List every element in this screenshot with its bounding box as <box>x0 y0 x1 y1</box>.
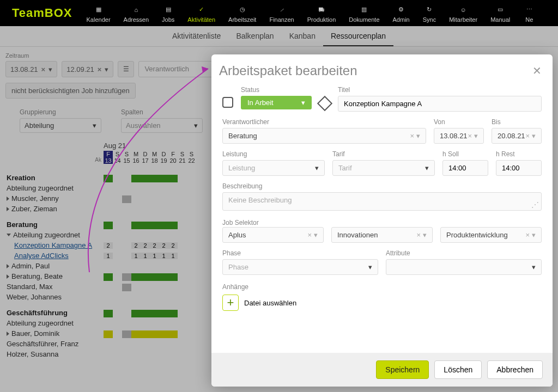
resize-icon[interactable]: ⋰ <box>531 200 539 209</box>
list-icon: ☰ <box>123 65 129 73</box>
done-checkbox[interactable] <box>222 97 233 108</box>
chevron-down-icon: ▾ <box>416 132 420 140</box>
close-icon[interactable]: ✕ <box>532 64 542 77</box>
count-cell: 2 <box>131 242 141 249</box>
app-logo: TeamBOX <box>4 6 80 20</box>
day-number: 18 <box>150 157 159 164</box>
modal-title: Arbeitspaket bearbeiten <box>219 63 532 78</box>
expand-icon <box>7 332 9 336</box>
clear-icon[interactable]: × <box>98 65 102 74</box>
clear-icon[interactable]: × <box>410 132 414 140</box>
list-item[interactable]: Zuber, Zieman <box>7 204 104 214</box>
clear-icon[interactable]: × <box>525 132 530 140</box>
phase-select[interactable]: Phase▾ <box>222 259 378 275</box>
clear-icon[interactable]: × <box>307 231 312 239</box>
to-date[interactable]: 20.08.21×▾ <box>492 128 542 144</box>
day-number: 22 <box>187 157 196 164</box>
service-select[interactable]: Leistung▾ <box>222 160 325 176</box>
tab-aktivitätenliste[interactable]: Aktivitätenliste <box>165 26 228 46</box>
nav-finanzen[interactable]: ⟋Finanzen <box>263 2 300 25</box>
save-button[interactable]: Speichern <box>376 360 429 379</box>
chevron-down-icon: ▾ <box>532 132 536 140</box>
hrest-input[interactable] <box>496 160 542 176</box>
grouping-label: Gruppierung <box>20 108 101 116</box>
status-select[interactable]: In Arbeit▾ <box>241 96 312 109</box>
add-file-button[interactable]: + <box>222 295 239 311</box>
phase-label: Phase <box>222 249 378 257</box>
day-number: 15 <box>122 157 131 164</box>
nav-dokumente[interactable]: ▥Dokumente <box>342 2 386 25</box>
count-cell: 2 <box>141 242 150 249</box>
task-link-analyse[interactable]: Analyse AdClicks <box>7 250 104 261</box>
nav-mitarbeiter[interactable]: ☺Mitarbeiter <box>442 2 484 25</box>
tariff-select[interactable]: Tarif▾ <box>332 160 435 176</box>
date-from[interactable]: 13.08.21×▾ <box>5 61 57 77</box>
chevron-down-icon: ▾ <box>368 263 372 271</box>
day-number: 16 <box>131 157 141 164</box>
task-link-konzeption[interactable]: Konzeption Kampagne A <box>7 240 104 250</box>
nav-icon: ▤ <box>162 4 174 16</box>
attribute-select[interactable]: ▾ <box>386 259 542 275</box>
nav-sync[interactable]: ↻Sync <box>416 2 442 25</box>
list-item[interactable]: Abteilung zugeordnet <box>7 230 104 240</box>
job-job-select[interactable]: Produktentwicklung×▾ <box>440 227 542 243</box>
hsoll-input[interactable] <box>442 160 488 176</box>
status-label: Status <box>241 86 312 94</box>
job-area-select[interactable]: Innovationen×▾ <box>331 227 433 243</box>
count-cell: 2 <box>168 242 178 249</box>
nav-ne[interactable]: ⋯Ne <box>517 2 542 25</box>
from-label: Von <box>434 118 484 126</box>
list-icon-button[interactable]: ☰ <box>118 61 134 77</box>
add-job-button[interactable]: nicht berücksichtigten Job hinzufügen <box>5 83 136 99</box>
choose-file-label[interactable]: Datei auswählen <box>244 299 296 307</box>
nav-arbeitszeit[interactable]: ◷Arbeitszeit <box>222 2 263 25</box>
chevron-down-icon: ▾ <box>425 164 429 172</box>
date-to[interactable]: 12.09.21×▾ <box>62 61 113 77</box>
chevron-down-icon: ▾ <box>105 65 108 74</box>
columns-select[interactable]: Auswählen▾ <box>121 118 203 133</box>
list-item[interactable]: Geschäftsführer, Franz <box>7 339 104 349</box>
zeitraum-label: Zeitraum <box>5 52 236 59</box>
milestone-toggle[interactable] <box>317 96 332 111</box>
clear-icon[interactable]: × <box>525 231 530 239</box>
list-item[interactable]: Weber, Johannes <box>7 292 104 302</box>
nav-jobs[interactable]: ▤Jobs <box>155 2 181 25</box>
list-item[interactable]: Beratung, Beate <box>7 271 104 281</box>
nav-aktivitäten[interactable]: ✓Aktivitäten <box>181 2 222 25</box>
section-gf: Geschäftsführung <box>7 308 104 318</box>
title-input[interactable] <box>338 96 542 112</box>
tariff-label: Tarif <box>332 150 435 158</box>
responsible-select[interactable]: Beratung×▾ <box>222 128 426 144</box>
nav-produktion[interactable]: ⛟Produktion <box>301 2 343 25</box>
clear-icon[interactable]: × <box>468 132 472 140</box>
plus-icon: + <box>227 296 234 310</box>
from-date[interactable]: 13.08.21×▾ <box>434 128 484 144</box>
nav-icon: ▥ <box>358 4 370 16</box>
list-item[interactable]: Holzer, Susanna <box>7 349 104 359</box>
list-item[interactable]: Abteilung zugeordnet <box>7 183 104 193</box>
list-item[interactable]: Abteilung zugeordnet <box>7 318 104 328</box>
list-item[interactable]: Bauer, Dominik <box>7 328 104 339</box>
nav-kalender[interactable]: ▦Kalender <box>80 2 117 25</box>
delete-button[interactable]: Löschen <box>434 360 482 379</box>
ak-label: Ak <box>7 157 104 163</box>
grouping-select[interactable]: Abteilung▾ <box>20 118 101 133</box>
cancel-button[interactable]: Abbrechen <box>487 360 543 379</box>
attribute-label: Attribute <box>386 249 542 257</box>
description-input[interactable]: Keine Beschreibung⋰ <box>222 192 542 211</box>
list-item[interactable]: Muscler, Jenny <box>7 193 104 204</box>
nav-adressen[interactable]: ⌂Adressen <box>117 2 155 25</box>
expand-icon <box>7 207 9 211</box>
tab-ressourcenplan[interactable]: Ressourcenplan <box>323 26 393 46</box>
tab-balkenplan[interactable]: Balkenplan <box>228 26 281 46</box>
hrest-label: h Rest <box>496 150 542 158</box>
nav-admin[interactable]: ⚙Admin <box>386 2 416 25</box>
clear-icon[interactable]: × <box>41 65 46 74</box>
list-item[interactable]: Standard, Max <box>7 281 104 292</box>
clear-icon[interactable]: × <box>416 231 421 239</box>
job-client-select[interactable]: Aplus×▾ <box>222 227 324 243</box>
day-number: 14 <box>113 157 122 164</box>
tab-kanban[interactable]: Kanban <box>282 26 323 46</box>
nav-manual[interactable]: ▭Manual <box>484 2 517 25</box>
list-item[interactable]: Admin, Paul <box>7 261 104 271</box>
